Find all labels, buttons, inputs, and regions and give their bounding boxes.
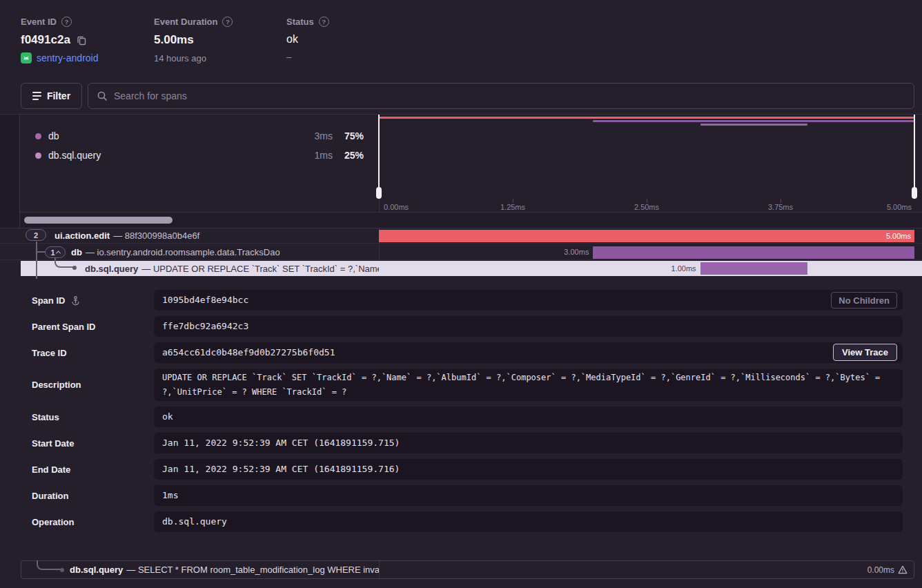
view-trace-button[interactable]: View Trace — [833, 344, 897, 361]
time-axis: 0.00ms 1.25ms 2.50ms 3.75ms 5.00ms — [379, 199, 914, 212]
event-id-block: Event ID ? f0491c2a sentry-android — [21, 17, 99, 63]
scrollbar-thumb[interactable] — [24, 217, 173, 224]
event-id-label: Event ID — [21, 17, 57, 27]
tree-bullet — [72, 266, 77, 270]
left-gutter — [0, 115, 20, 228]
event-id-value: f0491c2a — [21, 33, 70, 47]
span-description: — UPDATE OR REPLACE `Track` SET `TrackId… — [141, 264, 379, 274]
status-value: ok — [154, 406, 903, 427]
event-age: 14 hours ago — [154, 53, 233, 63]
detail-label: Parent Span ID — [32, 322, 95, 332]
legend-operation: db — [48, 130, 59, 141]
end-date-value: Jan 11, 2022 9:52:39 AM CET (1641891159.… — [154, 459, 903, 480]
no-children-badge: No Children — [831, 292, 897, 308]
span-row-sibling-db-sql-query[interactable]: db.sql.query — SELECT * FROM room_table_… — [21, 560, 914, 579]
anchor-icon[interactable] — [70, 295, 81, 306]
span-duration-label: 0.00ms — [867, 565, 894, 575]
span-description: — SELECT * FROM room_table_modification_… — [126, 565, 380, 575]
axis-tick: 0.00ms — [384, 203, 409, 211]
span-duration-label: 3.00ms — [564, 244, 589, 260]
duration-value: 1ms — [154, 485, 903, 506]
span-tree: 2 ui.action.edit — 88f300998a0b4e6f 5.00… — [0, 228, 922, 276]
detail-label: Start Date — [32, 438, 74, 449]
event-duration-label: Event Duration — [154, 17, 217, 27]
filter-icon — [32, 92, 41, 100]
detail-label: End Date — [32, 464, 70, 475]
status-sub: – — [286, 52, 329, 62]
tree-line — [55, 258, 74, 268]
span-operation: ui.action.edit — [55, 231, 110, 241]
trace-id-value: a654cc61dc0b48ef9d0b27275b6f0d51 — [154, 342, 903, 363]
span-operation: db.sql.query — [85, 264, 138, 274]
legend-operation: db.sql.query — [48, 150, 101, 161]
filter-button-label: Filter — [47, 90, 70, 101]
span-duration-bar[interactable]: 5.00ms — [379, 230, 914, 242]
android-platform-icon — [21, 52, 32, 63]
detail-label: Status — [32, 412, 59, 422]
span-children-count-pill[interactable]: 1 — [45, 246, 66, 258]
axis-tick: 1.25ms — [500, 203, 525, 211]
tree-line — [37, 560, 61, 570]
span-row-ui-action-edit[interactable]: 2 ui.action.edit — 88f300998a0b4e6f 5.00… — [0, 228, 922, 244]
axis-tick: 3.75ms — [768, 203, 793, 211]
legend-row-db-sql-query[interactable]: db.sql.query 1ms 25% — [21, 148, 379, 163]
span-description: — io.sentry.android.roomsample.data.Trac… — [86, 247, 280, 257]
span-operation: db.sql.query — [70, 565, 123, 575]
search-icon — [97, 90, 108, 101]
legend-duration: 1ms — [315, 150, 333, 161]
help-icon[interactable]: ? — [222, 17, 233, 27]
legend-percentage: 75% — [344, 130, 364, 141]
span-children-count-pill[interactable]: 2 — [26, 229, 46, 241]
detail-label: Span ID — [32, 295, 65, 306]
copy-icon[interactable] — [76, 35, 87, 46]
legend-duration: 3ms — [315, 130, 333, 141]
span-description: — 88f300998a0b4e6f — [113, 231, 199, 241]
minimap-right-handle[interactable] — [914, 115, 915, 199]
status-block: Status ? ok – — [286, 17, 329, 62]
status-value: ok — [286, 33, 298, 46]
minimap-span-line — [700, 124, 807, 126]
span-operation: db — [71, 247, 82, 257]
detail-label: Description — [32, 380, 81, 390]
axis-tick: 2.50ms — [634, 203, 659, 211]
detail-label: Trace ID — [32, 348, 67, 358]
legend-row-db[interactable]: db 3ms 75% — [21, 128, 379, 144]
legend-dot — [35, 133, 41, 139]
collapse-caret-icon — [56, 251, 61, 255]
start-date-value: Jan 11, 2022 9:52:39 AM CET (1641891159.… — [154, 433, 903, 453]
warning-icon — [898, 565, 908, 574]
legend-dot — [35, 153, 41, 159]
operation-value: db.sql.query — [154, 511, 903, 532]
minimap-left-handle[interactable] — [378, 115, 380, 199]
help-icon[interactable]: ? — [61, 17, 72, 27]
detail-label: Duration — [32, 491, 68, 501]
search-input[interactable] — [114, 90, 905, 101]
span-duration-bar[interactable] — [700, 262, 807, 275]
span-duration-bar[interactable] — [593, 246, 914, 259]
help-icon[interactable]: ? — [319, 17, 329, 27]
axis-tick: 5.00ms — [887, 203, 912, 211]
legend-percentage: 25% — [344, 150, 364, 161]
parent-span-id-value: ffe7dbc92a6942c3 — [154, 316, 903, 337]
filter-button[interactable]: Filter — [21, 83, 82, 109]
span-id-value: 1095bd4ef8e94bcc — [154, 290, 903, 311]
span-detail-view: Event ID ? f0491c2a sentry-android Event… — [0, 0, 922, 588]
trace-minimap[interactable] — [379, 115, 914, 199]
minimap-span-line — [593, 120, 914, 122]
tree-bullet — [60, 568, 64, 572]
horizontal-scrollbar — [21, 213, 922, 228]
span-search — [88, 83, 914, 109]
tree-line — [36, 242, 37, 279]
minimap-span-line — [379, 117, 914, 119]
event-duration-block: Event Duration ? 5.00ms 14 hours ago — [154, 17, 233, 63]
event-duration-value: 5.00ms — [154, 33, 194, 47]
span-duration-label: 5.00ms — [886, 230, 911, 242]
detail-label: Operation — [32, 517, 74, 527]
project-link[interactable]: sentry-android — [37, 52, 99, 63]
description-value: UPDATE OR REPLACE `Track` SET `TrackId` … — [154, 369, 903, 401]
span-duration-label: 1.00ms — [671, 261, 696, 276]
span-row-db-sql-query-selected[interactable]: db.sql.query — UPDATE OR REPLACE `Track`… — [0, 261, 922, 276]
span-row-db[interactable]: 1 db — io.sentry.android.roomsample.data… — [0, 244, 922, 260]
status-label: Status — [286, 17, 314, 27]
